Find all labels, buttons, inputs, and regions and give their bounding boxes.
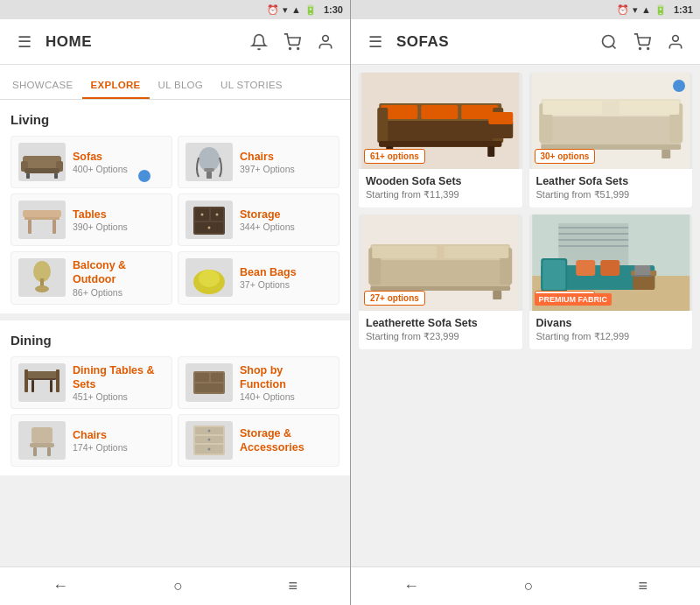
menu-button[interactable]: ≡: [270, 572, 315, 601]
chairs-count: 397+ Options: [240, 164, 295, 174]
shop-function-img: [186, 363, 233, 402]
left-bottom-nav: ← ○ ≡: [0, 566, 350, 605]
grid-item-chairs[interactable]: Chairs 397+ Options: [178, 136, 340, 188]
svg-rect-31: [26, 371, 58, 378]
right-user-icon[interactable]: [663, 30, 688, 54]
grid-item-sofas[interactable]: Sofas 400+ Options: [10, 136, 172, 188]
svg-rect-15: [23, 210, 61, 217]
wooden-sofa-price: Starting from ₹11,399: [366, 189, 515, 200]
grid-item-shop-function[interactable]: Shop by Function 140+ Options: [178, 356, 340, 410]
leather-sofa-img: 30+ options: [529, 73, 693, 169]
svg-point-1: [298, 47, 299, 49]
product-wooden-sofa[interactable]: 61+ options Wooden Sofa Sets Starting fr…: [358, 72, 523, 208]
grid-item-dining-tables[interactable]: Dining Tables & Sets 451+ Options: [10, 356, 172, 410]
sofas-info: Sofas 400+ Options: [73, 150, 128, 174]
shop-function-count: 140+ Options: [240, 391, 332, 402]
beanbags-img: [186, 258, 233, 297]
svg-point-52: [648, 47, 649, 49]
svg-rect-97: [542, 260, 565, 290]
svg-point-46: [208, 430, 211, 433]
leatherette-sofa-badge: 27+ options: [364, 291, 425, 306]
product-leatherette-sofa[interactable]: 27+ options Leatherette Sofa Sets Starti…: [358, 214, 523, 350]
right-cart-icon[interactable]: [630, 30, 654, 54]
tab-ulstories[interactable]: UL STORIES: [212, 73, 291, 99]
dining-grid: Dining Tables & Sets 451+ Options: [10, 356, 340, 468]
grid-item-storage[interactable]: Storage 344+ Options: [178, 193, 340, 246]
tab-ulblog[interactable]: UL BLOG: [150, 73, 213, 99]
dining-chairs-img: [18, 421, 66, 460]
products-content: 61+ options Wooden Sofa Sets Starting fr…: [351, 65, 700, 566]
svg-rect-68: [541, 112, 681, 147]
balcony-img: [18, 258, 66, 297]
user-icon[interactable]: [313, 30, 338, 54]
svg-rect-60: [377, 108, 388, 143]
storage-info: Storage 344+ Options: [240, 208, 295, 232]
grid-item-storage-acc[interactable]: Storage & Accessories: [178, 414, 340, 467]
tab-explore[interactable]: EXPLORE: [82, 73, 150, 99]
back-button[interactable]: ←: [35, 572, 86, 601]
wooden-sofa-name: Wooden Sofa Sets: [366, 175, 515, 187]
right-battery-icon: 🔋: [654, 4, 667, 16]
dining-chairs-name: Chairs: [73, 428, 128, 442]
right-signal-icon: ▲: [641, 4, 651, 15]
right-screen: ⏰ ▾ ▲ 🔋 1:31 ☰ SOFAS: [350, 0, 700, 605]
svg-rect-86: [493, 291, 501, 299]
svg-rect-14: [52, 220, 56, 234]
svg-rect-58: [421, 105, 458, 119]
tab-showcase[interactable]: SHOWCASE: [4, 73, 82, 99]
grid-item-balcony[interactable]: Balcony & Outdoor 86+ Options: [10, 251, 172, 305]
svg-rect-36: [211, 373, 223, 382]
svg-rect-10: [204, 168, 214, 172]
section-living-title: Living: [10, 112, 340, 127]
storage-count: 344+ Options: [240, 222, 295, 232]
leatherette-sofa-info: Leatherette Sofa Sets Starting from ₹23,…: [359, 311, 522, 349]
svg-point-22: [208, 227, 211, 229]
right-home-button[interactable]: ○: [507, 572, 551, 601]
dining-chairs-count: 174+ Options: [73, 442, 128, 453]
balcony-count: 86+ Options: [73, 287, 164, 298]
leatherette-sofa-name: Leatherette Sofa Sets: [366, 317, 515, 329]
leather-sofa-badge: 30+ options: [535, 149, 596, 164]
right-bottom-nav: ← ○ ≡: [351, 566, 700, 605]
grid-item-tables[interactable]: Tables 390+ Options: [10, 193, 172, 246]
left-top-bar: ☰ HOME: [0, 19, 350, 65]
grid-item-beanbags[interactable]: Bean Bags 37+ Options: [178, 251, 340, 305]
svg-rect-8: [54, 173, 58, 179]
right-alarm-icon: ⏰: [617, 4, 629, 16]
right-back-button[interactable]: ←: [386, 572, 437, 601]
svg-rect-98: [576, 260, 595, 276]
battery-icon: 🔋: [304, 4, 317, 16]
products-grid: 61+ options Wooden Sofa Sets Starting fr…: [351, 65, 700, 357]
svg-rect-13: [28, 220, 32, 234]
grid-item-dining-chairs[interactable]: Chairs 174+ Options: [10, 414, 172, 467]
leather-sofa-name: Leather Sofa Sets: [536, 175, 686, 187]
svg-point-2: [323, 35, 329, 41]
home-button[interactable]: ○: [156, 572, 200, 601]
leatherette-sofa-img: 27+ options: [359, 215, 522, 311]
divans-price: Starting from ₹12,999: [536, 331, 686, 342]
svg-rect-78: [370, 257, 510, 288]
right-search-icon[interactable]: [597, 30, 621, 54]
storage-name: Storage: [240, 208, 295, 222]
alarm-icon: ⏰: [267, 4, 279, 16]
product-leather-sofa[interactable]: 30+ options Leather Sofa Sets Starting f…: [528, 72, 694, 208]
leather-sofa-dot: [673, 80, 685, 92]
sofas-img: [18, 143, 66, 181]
right-menu-button[interactable]: ≡: [621, 572, 666, 601]
product-divans[interactable]: 20+ options PREMIUM FABRIC Divans Starti…: [528, 214, 694, 350]
cart-icon[interactable]: [280, 30, 304, 54]
menu-icon[interactable]: ☰: [12, 30, 37, 54]
living-grid: Sofas 400+ Options: [10, 136, 340, 305]
svg-point-25: [35, 285, 49, 292]
dining-tables-info: Dining Tables & Sets 451+ Options: [73, 363, 164, 403]
storage-acc-name: Storage & Accessories: [240, 426, 332, 455]
tables-info: Tables 390+ Options: [73, 208, 128, 232]
bell-icon[interactable]: [247, 30, 271, 54]
svg-rect-99: [600, 260, 620, 276]
dining-tables-name: Dining Tables & Sets: [73, 363, 164, 392]
divans-info: Divans Starting from ₹12,999: [529, 311, 693, 349]
signal-icon: ▲: [291, 4, 301, 15]
svg-point-9: [199, 147, 220, 172]
right-menu-icon[interactable]: ☰: [363, 30, 388, 54]
left-screen: ⏰ ▾ ▲ 🔋 1:30 ☰ HOME SHOWC: [0, 0, 350, 605]
